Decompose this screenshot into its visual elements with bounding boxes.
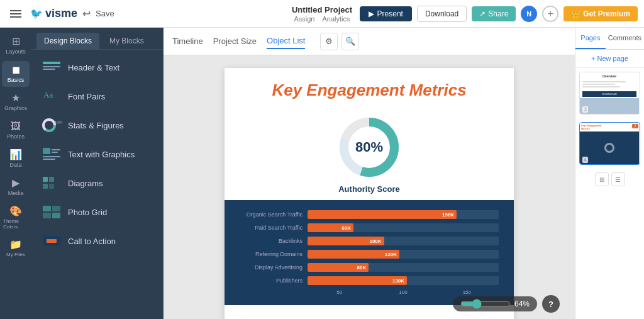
tab-comments[interactable]: Comments <box>606 28 644 49</box>
logo-text: visme <box>45 7 77 20</box>
settings-icon[interactable]: ⚙ <box>320 33 338 50</box>
hamburger-menu[interactable] <box>6 4 25 23</box>
panel-item-call-to-action[interactable]: Call to Action <box>35 227 159 255</box>
diagrams-icon <box>42 176 62 191</box>
main-content: ⊞ Layouts ◼ Basics ★ Graphics 🖼 Photos 📊… <box>0 28 644 319</box>
download-button[interactable]: Download <box>417 6 467 22</box>
icon-nav: ⊞ Layouts ◼ Basics ★ Graphics 🖼 Photos 📊… <box>0 28 31 319</box>
layouts-icon: ⊞ <box>12 36 20 47</box>
canvas-slide: Key Engagement Metrics 80% Authority Sc <box>225 68 514 319</box>
top-bar-left: 🐦 visme ↩ Save <box>6 4 287 23</box>
data-icon: 📊 <box>9 150 22 160</box>
sidebar-item-basics[interactable]: ◼ Basics <box>2 61 30 87</box>
bar-value-5: 130K <box>392 278 404 284</box>
zoom-slider[interactable] <box>460 299 511 309</box>
svg-rect-14 <box>43 184 48 189</box>
play-icon: ▶ <box>369 9 374 18</box>
premium-button[interactable]: 👑 Get Premium <box>564 6 638 21</box>
sidebar-item-label: Basics <box>8 77 25 83</box>
undo-button[interactable]: ↩ <box>82 8 91 20</box>
thumb-4-circle <box>604 143 614 153</box>
panel-item-text-graphics[interactable]: Text with Graphics <box>35 140 159 168</box>
sidebar-item-media[interactable]: ▶ Media <box>2 174 30 200</box>
new-page-button[interactable]: + New page <box>575 50 644 68</box>
share-button[interactable]: ↗ Share <box>472 6 516 21</box>
bar-row-4: Display Advertising 80K <box>240 263 499 272</box>
sidebar-item-my-files[interactable]: 📁 My Files <box>2 236 30 261</box>
sidebar-item-theme-colors[interactable]: 🎨 Theme Colors <box>2 203 30 233</box>
donut-center: 80% <box>355 139 383 155</box>
thumb-3-lines <box>580 80 639 90</box>
bar-track-1: 60K <box>308 223 499 232</box>
help-button[interactable]: ? <box>542 295 560 313</box>
assign-link[interactable]: Assign <box>294 15 314 23</box>
svg-text:40%: 40% <box>54 120 62 125</box>
tab-timeline[interactable]: Timeline <box>172 34 203 48</box>
photo-grid-icon <box>42 204 62 220</box>
svg-rect-11 <box>43 159 55 160</box>
sidebar-item-layouts[interactable]: ⊞ Layouts <box>2 33 30 59</box>
tab-pages[interactable]: Pages <box>575 28 606 49</box>
tab-design-blocks[interactable]: Design Blocks <box>36 33 99 49</box>
sidebar-item-label: Layouts <box>6 48 26 55</box>
right-panel: Pages Comments + New page Overview DOWNL… <box>575 28 644 319</box>
svg-rect-10 <box>43 156 60 157</box>
text-graphics-label: Text with Graphics <box>68 150 135 159</box>
page-thumbnail-4[interactable]: Key EngagementMetrics 4 7 <box>579 122 640 165</box>
sidebar-item-label: Photos <box>7 133 25 140</box>
slide-top: Key Engagement Metrics <box>225 68 514 106</box>
canvas-toolbar: Timeline Project Size Object List ⚙ 🔍 <box>164 28 575 55</box>
bar-fill-4: 80K <box>308 263 369 272</box>
analytics-link[interactable]: Analytics <box>323 15 350 23</box>
bar-value-3: 120K <box>385 252 397 257</box>
svg-rect-1 <box>43 66 60 67</box>
bar-track-0: 198K <box>308 210 499 219</box>
svg-rect-13 <box>49 177 54 182</box>
page-thumbnail-3[interactable]: Overview DOWNLOAD 3 <box>579 72 640 115</box>
svg-rect-2 <box>43 69 55 70</box>
project-title: Untitled Project <box>292 5 352 14</box>
grid-view-button[interactable]: ⊞ <box>595 172 609 186</box>
right-panel-tabs: Pages Comments <box>575 28 644 50</box>
thumb-3-image <box>580 98 639 114</box>
bar-value-4: 80K <box>357 265 367 271</box>
bar-row-0: Organic Search Traffic 198K <box>240 210 499 219</box>
present-button[interactable]: ▶ Present <box>360 6 412 21</box>
stats-label: Stats & Figures <box>68 121 124 130</box>
sidebar-item-photos[interactable]: 🖼 Photos <box>2 118 30 143</box>
tab-object-list[interactable]: Object List <box>267 33 305 49</box>
svg-rect-21 <box>47 239 57 243</box>
stats-icon: 40% <box>42 118 62 133</box>
sidebar-item-label: Media <box>8 190 24 196</box>
list-view-button[interactable]: ☰ <box>611 172 625 186</box>
header-text-icon <box>42 60 62 75</box>
tab-my-blocks[interactable]: My Blocks <box>102 33 152 49</box>
search-canvas-icon[interactable]: 🔍 <box>341 33 359 50</box>
sidebar-item-graphics[interactable]: ★ Graphics <box>2 89 30 115</box>
bar-label-0: Organic Search Traffic <box>240 211 303 218</box>
bar-fill-5: 130K <box>308 276 407 285</box>
panel-item-diagrams[interactable]: Diagrams <box>35 169 159 197</box>
save-button[interactable]: Save <box>96 9 114 18</box>
graphics-icon: ★ <box>11 93 20 103</box>
bar-value-2: 100K <box>369 238 381 244</box>
panel-item-header-text[interactable]: Header & Text <box>35 53 159 81</box>
page-grid-buttons: ⊞ ☰ <box>575 169 644 190</box>
bar-track-3: 120K <box>308 250 499 259</box>
tab-project-size[interactable]: Project Size <box>213 34 257 48</box>
bar-label-5: Publishers <box>240 277 303 284</box>
hamburger-icon <box>10 10 21 18</box>
bar-fill-0: 198K <box>308 210 457 219</box>
panel-item-stats[interactable]: 40% Stats & Figures <box>35 111 159 139</box>
text-graphics-icon <box>42 147 62 162</box>
bar-fill-3: 120K <box>308 250 399 259</box>
header-text-label: Header & Text <box>68 63 119 72</box>
font-pairs-icon: Aa <box>42 89 62 104</box>
svg-rect-16 <box>43 206 51 211</box>
donut-percent: 80% <box>355 139 383 155</box>
zoom-slider-container: 64% <box>453 296 537 311</box>
panel-item-photo-grid[interactable]: Photo Grid <box>35 198 159 226</box>
panel-item-font-pairs[interactable]: Aa Font Pairs <box>35 82 159 110</box>
add-collaborator-button[interactable]: + <box>542 6 558 22</box>
sidebar-item-data[interactable]: 📊 Data <box>2 146 30 172</box>
